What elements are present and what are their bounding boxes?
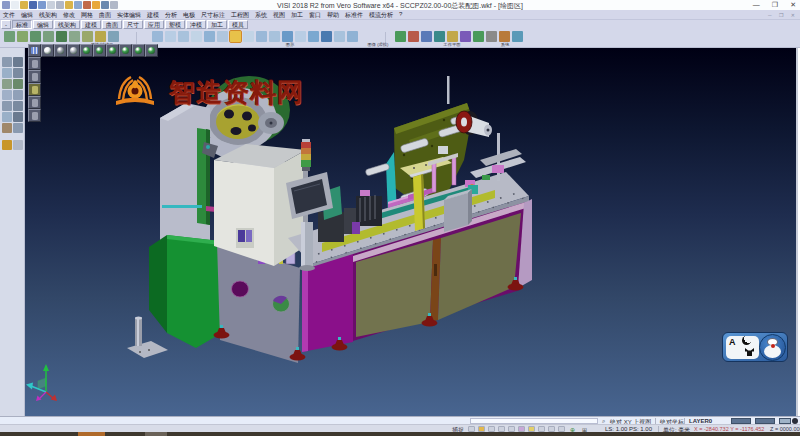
toolbar-icon-g1-3[interactable] — [191, 31, 202, 42]
close-button[interactable]: ✕ — [790, 1, 796, 9]
toolbar-icon-g1-6[interactable] — [230, 31, 241, 42]
menu-12[interactable]: 系统 — [252, 10, 270, 20]
toolbar-icon-g2-6[interactable] — [473, 31, 484, 42]
menu-17[interactable]: 标准件 — [342, 10, 366, 20]
toolbar-icon-g0-7[interactable] — [95, 31, 106, 42]
dock-icon-10[interactable] — [2, 112, 12, 122]
menu-7[interactable]: 建模 — [144, 10, 162, 20]
taskbar-app-orange[interactable] — [78, 432, 105, 436]
toolbar-tab-9[interactable]: 加工 — [207, 20, 227, 29]
toolbar-tab-3[interactable]: 建模 — [81, 20, 101, 29]
toolbar-group-label-2: 图像 (虚拟) — [367, 41, 388, 46]
menu-5[interactable]: 曲面 — [96, 10, 114, 20]
toolbar-icon-g1-8[interactable] — [256, 31, 267, 42]
toolbar-icon-g0-8[interactable] — [108, 31, 119, 42]
toolbar-icon-g0-1[interactable] — [17, 31, 28, 42]
sticker-letter-a: A — [729, 337, 736, 347]
toolbar-icon-g2-8[interactable] — [499, 31, 510, 42]
toolbar-icon-g1-11[interactable] — [295, 31, 306, 42]
toolbar-tab-8[interactable]: 冲模 — [186, 20, 206, 29]
toolbar-icon-g2-7[interactable] — [486, 31, 497, 42]
toolbar-icon-g1-14[interactable] — [334, 31, 345, 42]
minimize-button[interactable]: — — [753, 1, 760, 9]
menu-15[interactable]: 窗口 — [306, 10, 324, 20]
axis-triad — [26, 364, 57, 401]
menu-11[interactable]: 工程图 — [228, 10, 252, 20]
toolbar-icon-g0-3[interactable] — [43, 31, 54, 42]
dock-icon-6[interactable] — [2, 90, 12, 100]
toolbar-tab-4[interactable]: 曲面 — [102, 20, 122, 29]
toolbar-icon-g2-1[interactable] — [408, 31, 419, 42]
toolbar-icon-g1-13[interactable] — [321, 31, 332, 42]
toolbar-icon-g1-2[interactable] — [178, 31, 189, 42]
menu-13[interactable]: 视图 — [270, 10, 288, 20]
menu-3[interactable]: 修改 — [60, 10, 78, 20]
menu-10[interactable]: 尺寸标注 — [198, 10, 228, 20]
toolbar-icon-g1-9[interactable] — [269, 31, 280, 42]
toolbar-icon-g2-3[interactable] — [434, 31, 445, 42]
watermark-logo — [113, 74, 157, 110]
toolbar-icon-g1-15[interactable] — [347, 31, 358, 42]
toolbar-tab-10[interactable]: 模具 — [228, 20, 248, 29]
maximize-button[interactable]: ❐ — [772, 1, 778, 9]
dock-icon-13[interactable] — [13, 123, 23, 133]
mdi-window-controls[interactable]: ─ ❐ ✕ — [768, 12, 798, 18]
toolbar-icon-g1-0[interactable] — [152, 31, 163, 42]
doraemon-nose — [771, 344, 775, 348]
dock-icon-15[interactable] — [13, 140, 23, 150]
toolbar-tab-2[interactable]: 线架构 — [54, 20, 80, 29]
press-skirt — [149, 235, 167, 333]
viewport-3d[interactable]: 智造资料网 — [25, 48, 798, 416]
dock-icon-14[interactable] — [2, 140, 12, 150]
menu-19[interactable]: ? — [396, 10, 405, 17]
toolbar-icon-g1-7[interactable] — [243, 31, 254, 42]
dock-icon-4[interactable] — [2, 79, 12, 89]
menu-16[interactable]: 帮助 — [324, 10, 342, 20]
dock-icon-2[interactable] — [2, 68, 12, 78]
taskbar-sliver — [0, 432, 800, 436]
menu-18[interactable]: 模流分析 — [366, 10, 396, 20]
dock-icon-7[interactable] — [13, 90, 23, 100]
toolbar-icon-g0-6[interactable] — [82, 31, 93, 42]
menu-6[interactable]: 实体编辑 — [114, 10, 144, 20]
dock-icon-3[interactable] — [13, 68, 23, 78]
toolbar-icon-g2-4[interactable] — [447, 31, 458, 42]
taskbar-app-gray[interactable] — [145, 432, 167, 436]
toolbar-tab-5[interactable]: 尺寸 — [123, 20, 143, 29]
dock-icon-8[interactable] — [2, 101, 12, 111]
toolbar-icon-g2-9[interactable] — [512, 31, 523, 42]
menu-8[interactable]: 分析 — [162, 10, 180, 20]
toolbar-icon-g1-4[interactable] — [204, 31, 215, 42]
toolbar-icon-g0-5[interactable] — [69, 31, 80, 42]
toolbar-tab-1[interactable]: 编辑 — [33, 20, 53, 29]
dock-icon-5[interactable] — [13, 79, 23, 89]
toolbar-group-label-4: 系统 — [501, 41, 510, 46]
toolbar-icon-g1-10[interactable] — [282, 31, 293, 42]
toolbar-icon-g0-4[interactable] — [56, 31, 67, 42]
dock-icon-11[interactable] — [13, 112, 23, 122]
menu-0[interactable]: 文件 — [0, 10, 18, 20]
toolbar-icon-g1-1[interactable] — [165, 31, 176, 42]
dock-icon-0[interactable] — [2, 57, 12, 67]
menu-2[interactable]: 线架构 — [36, 10, 60, 20]
menu-9[interactable]: 电极 — [180, 10, 198, 20]
toolbar-icon-g2-5[interactable] — [460, 31, 471, 42]
dock-icon-9[interactable] — [13, 101, 23, 111]
toolbar-icon-g2-2[interactable] — [421, 31, 432, 42]
dock-icon-1[interactable] — [13, 57, 23, 67]
doraemon-sticker: A — [722, 332, 788, 362]
toolbar-tab-6[interactable]: 应用 — [144, 20, 164, 29]
menu-14[interactable]: 加工 — [288, 10, 306, 20]
toolbar-icon-g1-5[interactable] — [217, 31, 228, 42]
menu-4[interactable]: 网格 — [78, 10, 96, 20]
toolbar-icon-g2-0[interactable] — [395, 31, 406, 42]
watermark: 智造资料网 — [113, 74, 304, 110]
menu-1[interactable]: 编辑 — [18, 10, 36, 20]
toolbar-tab-0[interactable]: 标准 — [12, 20, 32, 29]
toolbar-icon-g0-2[interactable] — [30, 31, 41, 42]
toolbar-icon-g0-0[interactable] — [4, 31, 15, 42]
toolbar-collapse-button[interactable]: - — [1, 20, 11, 29]
dock-icon-12[interactable] — [2, 123, 12, 133]
toolbar-icon-g1-12[interactable] — [308, 31, 319, 42]
toolbar-tab-7[interactable]: 塑模 — [165, 20, 185, 29]
